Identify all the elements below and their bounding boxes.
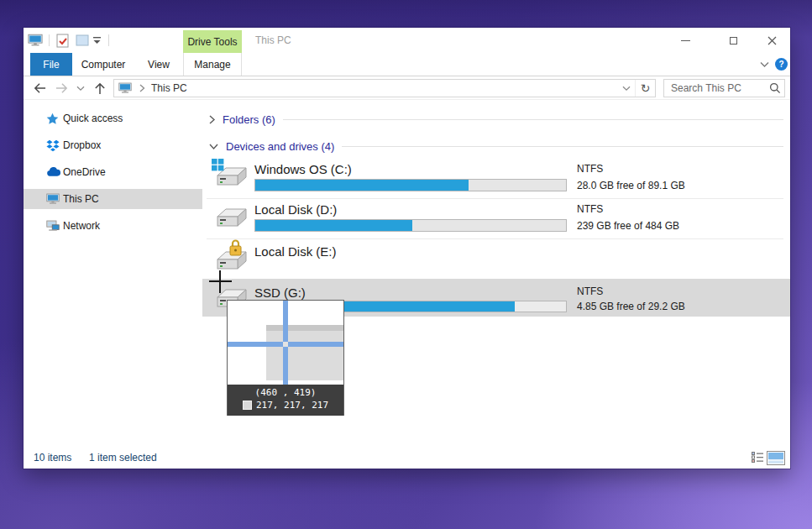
this-pc-icon[interactable]: [27, 33, 44, 48]
refresh-icon: ↻: [641, 81, 651, 95]
close-icon: [767, 36, 777, 45]
selection-count: 1 item selected: [89, 447, 157, 469]
dropbox-icon: [46, 139, 60, 152]
color-picker-magnifier: (460 , 419) 217, 217, 217: [227, 300, 344, 416]
drive-filesystem: NTFS: [577, 285, 603, 297]
address-dropdown-button[interactable]: [618, 80, 635, 97]
refresh-button[interactable]: ↻: [635, 80, 655, 97]
lock-icon: [228, 238, 243, 257]
details-view-icon: [752, 452, 764, 463]
navigation-toolbar: This PC ↻: [24, 76, 790, 100]
capacity-bar-fill: [255, 180, 469, 191]
properties-icon[interactable]: [54, 33, 71, 48]
group-header-devices[interactable]: Devices and drives (4): [202, 139, 783, 154]
thumbnail-view-icon: [768, 453, 783, 464]
minimize-icon: [681, 40, 690, 41]
search-box[interactable]: [663, 79, 785, 97]
sidebar-item-this-pc[interactable]: This PC: [24, 189, 202, 209]
drive-item-d[interactable]: Local Disk (D:) NTFS 239 GB free of 484 …: [202, 200, 790, 238]
chevron-down-icon: [759, 59, 770, 70]
magnifier-center-pixel: [283, 342, 288, 347]
drive-free-space: 28.0 GB free of 89.1 GB: [577, 180, 685, 191]
row-separator: [207, 198, 783, 199]
magnified-row-edge: [266, 325, 343, 331]
drive-item-e[interactable]: Local Disk (E:): [202, 240, 790, 279]
drive-tools-label: Drive Tools: [187, 36, 237, 48]
up-arrow-icon: [93, 81, 107, 96]
network-icon: [46, 220, 60, 232]
new-folder-icon[interactable]: [74, 33, 91, 48]
star-icon: [46, 113, 59, 125]
drive-filesystem: NTFS: [577, 163, 603, 175]
drive-free-space: 4.85 GB free of 29.2 GB: [577, 301, 685, 312]
group-divider-line: [283, 119, 783, 120]
tab-view[interactable]: View: [142, 53, 175, 76]
maximize-icon: [730, 37, 737, 45]
qat-customize-icon[interactable]: [91, 33, 102, 48]
magnifier-readout: (460 , 419) 217, 217, 217: [228, 385, 343, 416]
qat-separator: [108, 34, 109, 46]
help-icon: ?: [778, 60, 783, 69]
title-bar[interactable]: Drive Tools This PC: [24, 28, 790, 53]
crosshair-cursor: [219, 270, 221, 293]
file-explorer-window: Drive Tools This PC File Computer: [24, 28, 790, 469]
navigation-pane: Quick access Dropbox: [24, 100, 202, 447]
desktop-background: Drive Tools This PC File Computer: [0, 0, 812, 529]
rgb-value: 217, 217, 217: [256, 400, 328, 411]
recent-locations-button[interactable]: [74, 79, 87, 97]
drive-item-c[interactable]: Windows OS (C:) NTFS 28.0 GB free of 89.…: [202, 156, 790, 198]
chevron-right-icon: [208, 114, 216, 125]
group-divider-line: [342, 146, 783, 147]
ribbon-expand-button[interactable]: [759, 59, 771, 71]
search-icon[interactable]: [766, 82, 784, 94]
hard-drive-icon: [215, 206, 249, 233]
tab-manage[interactable]: Manage: [183, 53, 242, 76]
thumbnail-view-button[interactable]: [767, 451, 785, 465]
up-button[interactable]: [91, 79, 109, 97]
close-button[interactable]: [757, 28, 786, 53]
group-header-folders[interactable]: Folders (6): [202, 113, 783, 127]
sidebar-item-onedrive[interactable]: OneDrive: [24, 162, 202, 182]
tab-file[interactable]: File: [30, 53, 72, 76]
capacity-bar: [254, 219, 567, 232]
ribbon-tab-row: File Computer View Manage ?: [24, 53, 790, 76]
details-view-button[interactable]: [751, 451, 764, 464]
row-separator: [207, 238, 783, 239]
color-swatch: [243, 401, 252, 410]
hard-drive-icon: [215, 165, 249, 192]
minimize-button[interactable]: [671, 28, 699, 53]
breadcrumb-chevron-icon: [139, 84, 145, 92]
search-input[interactable]: [664, 82, 766, 94]
cursor-coordinates: (460 , 419): [228, 387, 343, 398]
magnifier-viewport: [228, 301, 343, 385]
window-title: This PC: [255, 28, 291, 53]
drive-free-space: 239 GB free of 484 GB: [577, 220, 679, 232]
main-area: Quick access Dropbox: [24, 100, 790, 447]
breadcrumb-segment[interactable]: This PC: [151, 82, 187, 94]
sidebar-item-quick-access[interactable]: Quick access: [24, 108, 202, 128]
magnified-selection-region: [266, 325, 343, 380]
chevron-down-icon: [76, 84, 85, 92]
help-button[interactable]: ?: [775, 58, 788, 71]
cloud-icon: [46, 167, 60, 177]
sidebar-item-network[interactable]: Network: [24, 216, 202, 236]
monitor-icon: [46, 193, 60, 205]
tab-computer[interactable]: Computer: [80, 53, 127, 76]
maximize-button[interactable]: [719, 28, 747, 53]
address-bar[interactable]: This PC ↻: [113, 79, 656, 97]
qat-separator: [49, 34, 50, 46]
back-arrow-icon: [33, 81, 47, 95]
windows-logo-icon: [212, 159, 224, 171]
forward-arrow-icon: [55, 81, 69, 95]
capacity-bar: [254, 179, 567, 191]
status-bar: 10 items 1 item selected: [24, 447, 790, 469]
chevron-down-icon: [622, 84, 631, 92]
capacity-bar-fill: [255, 220, 412, 231]
drive-tools-contextual-tab[interactable]: Drive Tools: [183, 30, 242, 53]
item-count: 10 items: [34, 447, 71, 469]
forward-button[interactable]: [52, 79, 71, 97]
chevron-down-icon: [208, 143, 219, 150]
sidebar-item-dropbox[interactable]: Dropbox: [24, 135, 202, 155]
back-button[interactable]: [30, 79, 49, 97]
this-pc-icon: [118, 82, 132, 94]
